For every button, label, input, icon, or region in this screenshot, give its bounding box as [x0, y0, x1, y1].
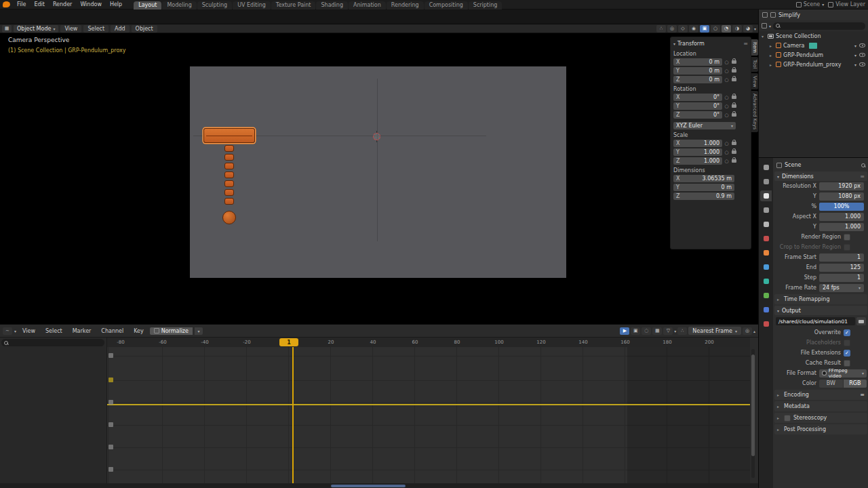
output-path-field[interactable]: /shared/cloud/simulation01 [776, 317, 855, 325]
channel-toggle-icon[interactable] [108, 353, 113, 358]
encoding-panel-header[interactable]: ▸ Encoding ≡ [774, 390, 867, 400]
show-gizmo-icon[interactable]: ◇ [678, 25, 688, 33]
disclosure-icon[interactable]: ▸ [770, 53, 774, 58]
tab-view-layer[interactable] [760, 205, 772, 216]
tab-world[interactable] [760, 233, 772, 244]
animate-decorator-icon[interactable]: ○ [724, 150, 730, 155]
curve-area[interactable] [107, 347, 750, 483]
tab-tool[interactable] [760, 162, 772, 173]
normalize-toggle[interactable]: Normalize [150, 327, 193, 335]
editor-type-icon[interactable]: ~ [3, 327, 12, 335]
filter-funnel-icon[interactable]: ▽ [663, 327, 673, 335]
output-panel-header[interactable]: ▾ Output [774, 306, 867, 315]
normalize-options-icon[interactable]: ▾ [195, 327, 203, 335]
outliner-row-grp-pendulum[interactable]: ▸ GRP-Pendulum ▾ [759, 50, 868, 60]
lock-icon[interactable] [732, 96, 736, 99]
camera-data-icon[interactable] [809, 43, 817, 49]
graph-editor[interactable]: ~ ▾ View Select Marker Channel Key Norma… [0, 324, 758, 488]
channel-toggle-icon[interactable] [108, 467, 113, 472]
post-processing-panel-header[interactable]: ▸ Post Processing [774, 424, 867, 434]
workspace-tab-layout[interactable]: Layout [134, 1, 161, 9]
file-browser-icon[interactable] [856, 317, 866, 325]
workspace-tab-uv-editing[interactable]: UV Editing [233, 1, 271, 9]
outliner-search-input[interactable] [773, 22, 865, 30]
horizontal-scrollbar[interactable] [0, 483, 758, 488]
tab-scene[interactable] [760, 219, 772, 230]
pendulum-chain-segment[interactable] [224, 189, 234, 196]
menu-select[interactable]: Select [83, 25, 108, 33]
crop-render-region-checkbox[interactable] [844, 244, 850, 251]
lock-icon[interactable] [732, 69, 736, 73]
tab-physics[interactable] [760, 276, 772, 287]
viewport-shading-material-icon[interactable]: ◑ [732, 25, 742, 33]
menu-marker[interactable]: Marker [68, 327, 96, 335]
shading-dropdown-icon[interactable]: ▾ [754, 26, 756, 31]
tab-object[interactable] [760, 247, 772, 258]
color-bw-button[interactable]: BW [819, 380, 843, 388]
animate-decorator-icon[interactable]: ○ [724, 113, 730, 118]
animate-decorator-icon[interactable]: ○ [724, 159, 730, 164]
file-extensions-checkbox[interactable] [844, 350, 850, 357]
channel-toggle-icon[interactable] [108, 378, 113, 382]
workspace-tab-scripting[interactable]: Scripting [469, 1, 502, 9]
lock-icon[interactable] [732, 78, 736, 81]
playhead[interactable] [292, 347, 294, 483]
chevron-down-icon[interactable]: ▾ [769, 24, 771, 28]
show-overlays-icon[interactable]: ◉ [689, 25, 698, 33]
editor-type-icon[interactable]: ▦ [2, 25, 12, 33]
placeholders-checkbox[interactable] [844, 340, 850, 346]
sync-playhead-icon[interactable]: ▣ [631, 327, 640, 335]
cursor-3d[interactable] [373, 133, 380, 140]
pendulum-chain-segment[interactable] [224, 145, 234, 152]
location-y-field[interactable]: Y0 m [673, 67, 722, 75]
aspect-y-field[interactable]: 1.000 [819, 223, 864, 231]
frame-end-field[interactable]: 125 [819, 264, 864, 272]
viewport-shading-wireframe-icon[interactable]: ○ [711, 25, 720, 33]
menu-view[interactable]: View [18, 327, 39, 335]
resolution-percent-field[interactable]: 100% [819, 203, 864, 211]
hide-eye-icon[interactable] [859, 43, 865, 47]
channel-region[interactable] [0, 338, 107, 483]
viewport-shading-rendered-icon[interactable]: ◕ [743, 25, 753, 33]
stereoscopy-panel-header[interactable]: ▸ Stereoscopy [774, 413, 867, 423]
rotation-x-field[interactable]: X0° [673, 94, 722, 101]
outliner-editor-icon[interactable] [762, 12, 768, 18]
time-remapping-panel-header[interactable]: ▸ Time Remapping [774, 294, 867, 304]
menu-edit[interactable]: Edit [31, 1, 48, 8]
menu-help[interactable]: Help [106, 1, 125, 8]
disclosure-icon[interactable]: ▸ [770, 62, 774, 67]
tab-object-data[interactable] [760, 304, 772, 315]
dimensions-z-field[interactable]: Z0.9 m [673, 192, 734, 200]
proportional-editing-icon[interactable]: ◎ [743, 327, 752, 335]
frame-rate-dropdown[interactable]: 24 fps▾ [819, 284, 864, 292]
menu-window[interactable]: Window [77, 1, 105, 8]
vertical-scrollbar[interactable] [751, 349, 755, 478]
sidebar-tab-item[interactable]: Item [751, 39, 758, 56]
menu-channel[interactable]: Channel [97, 327, 127, 335]
workspace-tab-sculpting[interactable]: Sculpting [197, 1, 232, 9]
lock-icon[interactable] [732, 104, 736, 108]
scene-selector[interactable]: Scene ▾ [796, 1, 824, 7]
scale-y-field[interactable]: Y1.000 [673, 148, 722, 156]
lock-icon[interactable] [732, 150, 736, 154]
rotation-mode-dropdown[interactable]: XYZ Euler▾ [673, 122, 736, 129]
tab-constraints[interactable] [760, 290, 772, 301]
file-format-dropdown[interactable]: FFmpeg video ▾ [819, 369, 867, 378]
snap-magnet-icon[interactable]: ∴ [677, 327, 687, 335]
toggle-xray-icon[interactable]: ▣ [700, 25, 709, 33]
hide-eye-icon[interactable] [859, 62, 865, 66]
snap-magnet-icon[interactable]: ∴ [656, 25, 666, 33]
frame-step-field[interactable]: 1 [819, 274, 864, 282]
scrollbar-thumb[interactable] [751, 354, 755, 456]
pendulum-chain-segment[interactable] [224, 171, 234, 178]
pendulum-chain-segment[interactable] [224, 180, 234, 187]
display-mode-icon[interactable] [770, 12, 776, 18]
viewport-shading-solid-icon[interactable]: ◔ [722, 25, 731, 33]
animate-decorator-icon[interactable]: ○ [724, 141, 730, 146]
workspace-tab-rendering[interactable]: Rendering [387, 1, 424, 9]
metadata-panel-header[interactable]: ▸ Metadata [774, 401, 867, 411]
workspace-tab-compositing[interactable]: Compositing [425, 1, 468, 9]
chevron-down-icon[interactable]: ▾ [14, 329, 16, 333]
tab-material[interactable] [760, 319, 772, 329]
lock-icon[interactable] [732, 142, 736, 145]
